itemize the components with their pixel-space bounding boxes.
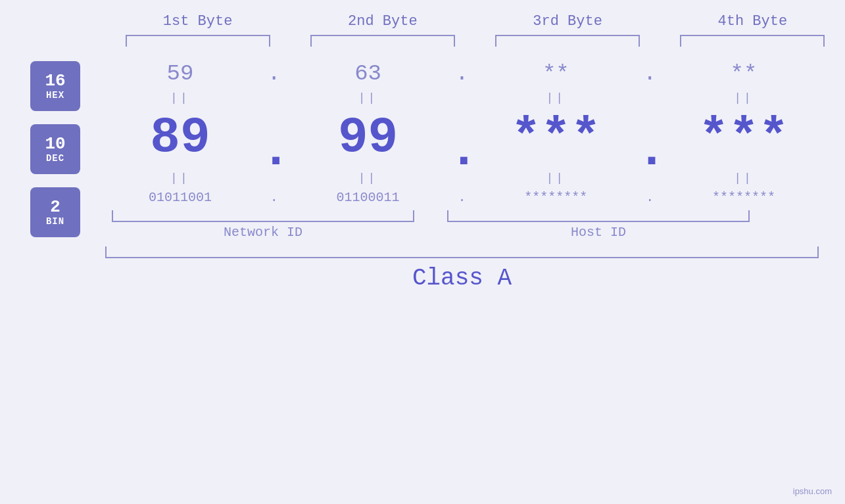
dec-badge: 10 DEC xyxy=(30,124,80,174)
dec-b1: 89 xyxy=(111,110,249,166)
bin-b4: ******** xyxy=(675,190,813,205)
network-id-label: Network ID xyxy=(112,225,414,240)
bracket-byte3 xyxy=(495,35,640,47)
bin-b3: ******** xyxy=(487,190,625,205)
sep1-b4: || xyxy=(675,91,813,104)
dec-b3: *** xyxy=(487,110,625,166)
bin-row: 01011001 . 01100011 . ******** . *******… xyxy=(105,190,819,205)
hex-b4: ** xyxy=(675,61,813,86)
data-rows-area: 59 . 63 . ** . ** || || || || 89 xyxy=(105,55,845,292)
bracket-byte1 xyxy=(126,35,270,47)
bin-dot3: . xyxy=(637,190,663,205)
bin-badge-label: BIN xyxy=(46,216,64,227)
dec-dot1: . xyxy=(261,123,287,179)
sep1-b2: || xyxy=(299,91,437,104)
id-labels-row: Network ID Host ID xyxy=(105,225,819,240)
hex-badge: 16 HEX xyxy=(30,61,80,111)
dec-dot3: . xyxy=(637,123,663,179)
host-id-bracket xyxy=(447,210,750,222)
sep1-b3: || xyxy=(487,91,625,104)
top-brackets xyxy=(0,35,845,47)
bracket-byte2 xyxy=(310,35,455,47)
badges-column: 16 HEX 10 DEC 2 BIN xyxy=(0,55,105,237)
byte-headers-row: 1st Byte 2nd Byte 3rd Byte 4th Byte xyxy=(0,13,845,30)
bottom-brackets xyxy=(105,210,819,222)
bin-dot1: . xyxy=(261,190,287,205)
bin-badge-number: 2 xyxy=(50,198,60,217)
sep2-b3: || xyxy=(487,172,625,185)
class-bracket xyxy=(105,246,819,258)
hex-dot3: . xyxy=(637,61,663,86)
sep1-row: || || || || xyxy=(105,89,819,107)
dec-b4: *** xyxy=(675,110,813,166)
byte4-header: 4th Byte xyxy=(680,13,825,30)
bin-badge: 2 BIN xyxy=(30,187,80,237)
hex-b3: ** xyxy=(487,61,625,86)
hex-dot1: . xyxy=(261,61,287,86)
byte3-header: 3rd Byte xyxy=(495,13,640,30)
hex-row: 59 . 63 . ** . ** xyxy=(105,61,819,86)
hex-dot2: . xyxy=(448,61,475,86)
dec-b2: 99 xyxy=(299,110,437,166)
sep1-b1: || xyxy=(111,91,249,104)
class-label: Class A xyxy=(105,265,819,292)
bin-dot2: . xyxy=(448,190,475,205)
hex-b1: 59 xyxy=(111,61,249,86)
bracket-byte4 xyxy=(680,35,825,47)
main-container: 1st Byte 2nd Byte 3rd Byte 4th Byte 16 H… xyxy=(0,0,845,504)
dec-dot2: . xyxy=(448,123,475,179)
hex-badge-label: HEX xyxy=(46,90,64,101)
dec-badge-label: DEC xyxy=(46,153,64,164)
sep2-b2: || xyxy=(299,172,437,185)
sep2-b4: || xyxy=(675,172,813,185)
sep2-b1: || xyxy=(111,172,249,185)
host-id-label: Host ID xyxy=(447,225,750,240)
hex-b2: 63 xyxy=(299,61,437,86)
bin-b2: 01100011 xyxy=(299,190,437,205)
network-id-bracket xyxy=(112,210,414,222)
dec-row: 89 . 99 . *** . *** xyxy=(105,110,819,166)
hex-badge-number: 16 xyxy=(45,72,65,91)
dec-badge-number: 10 xyxy=(45,135,65,154)
byte2-header: 2nd Byte xyxy=(310,13,455,30)
byte1-header: 1st Byte xyxy=(126,13,270,30)
watermark: ipshu.com xyxy=(793,486,832,496)
bin-b1: 01011001 xyxy=(111,190,249,205)
